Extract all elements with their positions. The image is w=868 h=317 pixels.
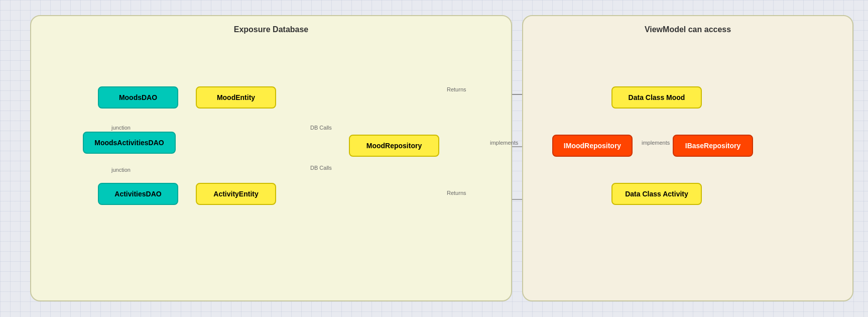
viewmodel-group: ViewModel can access — [522, 15, 853, 301]
moods-dao-node[interactable]: MoodsDAO — [98, 86, 178, 109]
db-calls2-label: DB Calls — [310, 165, 332, 171]
mood-repository-node[interactable]: MoodRepository — [349, 135, 439, 157]
implements1-label: implements — [490, 140, 518, 146]
viewmodel-label: ViewModel can access — [645, 25, 731, 34]
ibase-repository-node[interactable]: IBaseRepository — [673, 135, 753, 157]
activity-entity-node[interactable]: ActivityEntity — [196, 183, 276, 205]
junction2-label: junction — [111, 167, 131, 173]
returns2-label: Returns — [447, 190, 466, 196]
db-calls1-label: DB Calls — [310, 125, 332, 131]
activities-dao-node[interactable]: ActivitiesDAO — [98, 183, 178, 205]
moods-activities-dao-node[interactable]: MoodsActivitiesDAO — [83, 132, 176, 154]
implements2-label: implements — [642, 140, 670, 146]
diagram-container: Exposure Database ViewModel can access M… — [0, 0, 868, 317]
junction1-label: junction — [111, 125, 131, 131]
exposure-group: Exposure Database — [30, 15, 512, 301]
data-class-activity-node[interactable]: Data Class Activity — [611, 183, 702, 205]
imoods-repository-node[interactable]: IMoodRepository — [552, 135, 633, 157]
returns1-label: Returns — [447, 86, 466, 92]
exposure-label: Exposure Database — [234, 25, 309, 34]
data-class-mood-node[interactable]: Data Class Mood — [611, 86, 702, 109]
mood-entity-node[interactable]: MoodEntity — [196, 86, 276, 109]
